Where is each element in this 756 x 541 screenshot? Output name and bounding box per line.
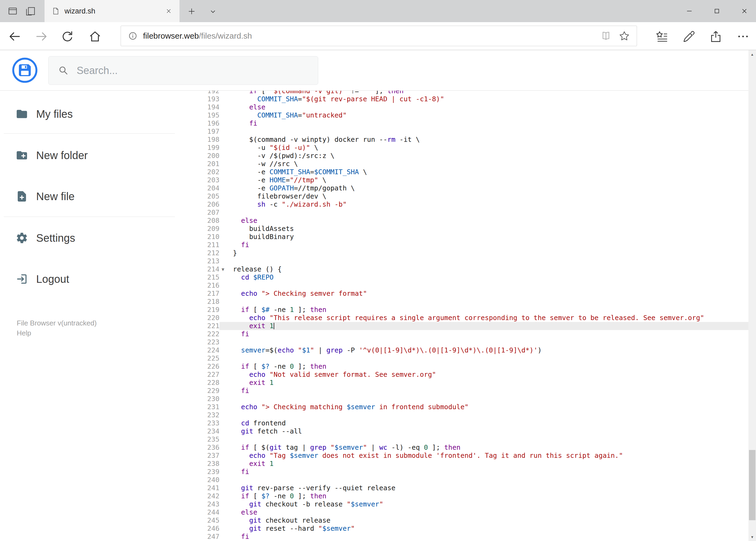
code-line[interactable]: 206 sh -c "./wizard.sh -b" <box>197 201 748 209</box>
code-line[interactable]: 244 else <box>197 508 748 516</box>
code-line[interactable]: 227 echo "Not valid semver format. See s… <box>197 370 748 379</box>
close-window-button[interactable] <box>733 0 756 22</box>
code-line[interactable]: 247 fi <box>197 533 748 541</box>
code-line[interactable]: 224 semver=$(echo "$1" | grep -P '^v(0|[… <box>197 346 748 354</box>
code-line[interactable]: 199 -u "$(id -u)" \ <box>197 144 748 152</box>
code-line[interactable]: 230 <box>197 395 748 403</box>
favorite-star-icon[interactable] <box>619 30 630 42</box>
code-line[interactable]: 226 if [ $? -ne 0 ]; then <box>197 362 748 370</box>
search-box[interactable] <box>48 56 318 85</box>
site-info-icon[interactable] <box>127 31 138 41</box>
more-menu-icon[interactable] <box>736 30 750 43</box>
code-line[interactable]: 210 buildBinary <box>197 233 748 241</box>
code-line[interactable]: 221 exit 1 <box>197 322 748 330</box>
code-line[interactable]: 219 if [ $# -ne 1 ]; then <box>197 306 748 314</box>
share-page-icon[interactable] <box>709 30 723 43</box>
code-line[interactable]: 215 cd $REPO <box>197 273 748 281</box>
browser-tab[interactable]: wizard.sh <box>45 0 179 22</box>
code-line[interactable]: 236 if [ $(git tag | grep "$semver" | wc… <box>197 443 748 452</box>
vertical-scrollbar[interactable]: ▲ ▼ <box>748 50 756 541</box>
set-tabs-aside-icon[interactable] <box>25 5 36 17</box>
code-line[interactable]: 240 <box>197 476 748 484</box>
home-button[interactable] <box>88 30 102 43</box>
maximize-button[interactable] <box>705 0 728 22</box>
address-bar[interactable]: filebrowser.web/files/wizard.sh <box>121 26 637 46</box>
web-notes-icon[interactable] <box>682 30 696 43</box>
code-line[interactable]: 194 else <box>197 103 748 111</box>
scroll-up-icon[interactable]: ▲ <box>748 50 756 58</box>
sidebar-item-settings[interactable]: Settings <box>0 230 197 246</box>
line-number: 211 <box>197 241 219 249</box>
code-line[interactable]: 228 exit 1 <box>197 379 748 387</box>
code-line[interactable]: 225 <box>197 354 748 362</box>
code-line[interactable]: 197 <box>197 128 748 136</box>
sidebar-item-new-folder[interactable]: New folder <box>0 147 197 164</box>
code-line[interactable]: 200 -v /$(pwd):/src:z \ <box>197 152 748 160</box>
code-line[interactable]: 212} <box>197 249 748 257</box>
code-line[interactable]: 242 if [ $? -ne 0 ]; then <box>197 492 748 500</box>
filebrowser-logo[interactable] <box>12 57 38 83</box>
code-lines: 192 if [ "$(command -v git)" != "" ]; th… <box>197 91 748 541</box>
code-line[interactable]: 209 buildAssets <box>197 225 748 233</box>
code-line[interactable]: 193 COMMIT_SHA="$(git rev-parse HEAD | c… <box>197 95 748 103</box>
code-line[interactable]: 202 -e COMMIT_SHA=$COMMIT_SHA \ <box>197 168 748 176</box>
forward-button[interactable] <box>35 30 48 43</box>
code-text <box>219 476 748 484</box>
sidebar-item-my-files[interactable]: My files <box>0 106 197 122</box>
code-line[interactable]: 192 if [ "$(command -v git)" != "" ]; th… <box>197 91 748 95</box>
code-line[interactable]: 237 echo "Tag $semver does not exist in … <box>197 452 748 460</box>
code-line[interactable]: 243 git checkout -b release "$semver" <box>197 500 748 508</box>
line-number: 230 <box>197 395 219 403</box>
code-line[interactable]: 222 fi <box>197 330 748 338</box>
line-number: 231 <box>197 403 219 411</box>
code-line[interactable]: 245 git checkout release <box>197 516 748 525</box>
code-line[interactable]: 207 <box>197 209 748 217</box>
refresh-button[interactable] <box>61 30 74 43</box>
back-button[interactable] <box>8 30 21 43</box>
code-line[interactable]: 238 exit 1 <box>197 460 748 468</box>
tab-list-chevron-icon[interactable] <box>208 7 217 16</box>
code-line[interactable]: 201 -w //src \ <box>197 160 748 168</box>
code-line[interactable]: 217 echo "> Checking semver format" <box>197 289 748 297</box>
code-line[interactable]: 196 fi <box>197 119 748 128</box>
code-line[interactable]: 246 git reset --hard "$semver" <box>197 525 748 533</box>
help-link[interactable]: Help <box>17 328 97 338</box>
code-line[interactable]: 198 $(command -v winpty) docker run --rm… <box>197 136 748 144</box>
code-line[interactable]: 239 fi <box>197 468 748 476</box>
code-line[interactable]: 229 fi <box>197 387 748 395</box>
fold-marker-icon[interactable]: ▾ <box>222 265 224 273</box>
code-line[interactable]: 216 <box>197 281 748 289</box>
code-line[interactable]: 211 fi <box>197 241 748 249</box>
code-line[interactable]: 232 <box>197 411 748 419</box>
code-line[interactable]: 218 <box>197 297 748 306</box>
code-text: if [ $? -ne 0 ]; then <box>219 492 748 500</box>
code-line[interactable]: 208 else <box>197 217 748 225</box>
search-input[interactable] <box>77 65 298 76</box>
new-tab-button[interactable] <box>187 6 196 16</box>
sidebar-item-logout[interactable]: Logout <box>0 271 197 287</box>
tab-preview-icon[interactable] <box>7 5 18 17</box>
code-line[interactable]: 220 echo "This release script requires a… <box>197 314 748 322</box>
hub-favorites-icon[interactable] <box>655 30 669 43</box>
minimize-button[interactable] <box>678 0 701 22</box>
reading-view-icon[interactable] <box>600 30 612 42</box>
code-line[interactable]: 205 filebrowser/dev \ <box>197 192 748 201</box>
code-line[interactable]: 195 COMMIT_SHA="untracked" <box>197 111 748 119</box>
code-line[interactable]: 241 git rev-parse --verify --quiet relea… <box>197 484 748 492</box>
close-tab-icon[interactable] <box>165 7 172 15</box>
code-line[interactable]: 233 cd frontend <box>197 419 748 427</box>
code-line[interactable]: 213 <box>197 257 748 265</box>
code-text: git reset --hard "$semver" <box>219 525 748 533</box>
scrollbar-thumb[interactable] <box>749 450 755 520</box>
sidebar-item-new-file[interactable]: New file <box>0 188 197 205</box>
code-line[interactable]: 231 echo "> Checking matching $semver in… <box>197 403 748 411</box>
code-line[interactable]: 235 <box>197 435 748 443</box>
code-line[interactable]: 204 -e GOPATH=//tmp/gopath \ <box>197 184 748 192</box>
code-line[interactable]: 203 -e HOME="//tmp" \ <box>197 176 748 184</box>
scroll-down-icon[interactable]: ▼ <box>748 533 756 541</box>
code-line[interactable]: 214▾release () { <box>197 265 748 273</box>
line-number: 244 <box>197 508 219 516</box>
code-line[interactable]: 234 git fetch --all <box>197 427 748 435</box>
code-line[interactable]: 223 <box>197 338 748 346</box>
code-editor[interactable]: 192 if [ "$(command -v git)" != "" ]; th… <box>197 91 748 541</box>
